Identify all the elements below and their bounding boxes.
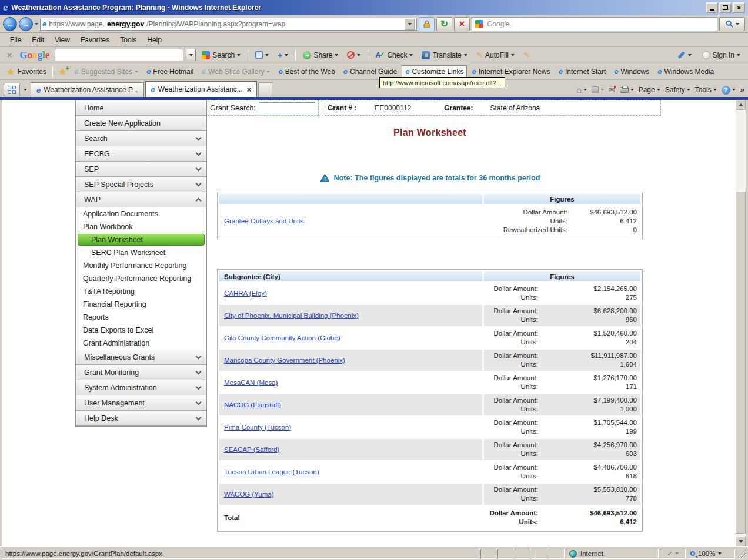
bookmarks-button[interactable]	[252, 49, 272, 61]
menu-item-tools[interactable]: Tools	[115, 34, 141, 46]
menu-item-favorites[interactable]: Favorites	[76, 34, 114, 46]
sign-in-button[interactable]: Sign In	[699, 49, 743, 61]
sidebar-item-reports[interactable]: Reports	[76, 311, 206, 324]
safety-menu-button[interactable]: Safety	[665, 86, 690, 94]
sidebar-item-system-administration[interactable]: System Administration	[76, 380, 206, 395]
quick-tabs-button[interactable]	[4, 83, 20, 96]
translate-button[interactable]: a Translate	[419, 49, 470, 61]
subgrantee-link-gila-county-community-action-globe[interactable]: Gila County Community Action (Globe)	[224, 334, 340, 341]
subgrantee-link-pima-county-tucson[interactable]: Pima County (Tucson)	[224, 424, 291, 431]
sidebar-item-home[interactable]: Home	[76, 100, 206, 116]
spell-check-button[interactable]: A✓ Check	[372, 49, 416, 61]
back-button[interactable]: ←	[3, 17, 17, 31]
sidebar-item-plan-workbook[interactable]: Plan Workbook	[76, 220, 206, 233]
highlighter-button[interactable]: ✎	[520, 49, 533, 61]
scroll-down-button[interactable]	[736, 536, 746, 546]
zoom-panel[interactable]: 100%	[687, 549, 735, 559]
subgrantee-link-maricopa-county-government-phoenix[interactable]: Maricopa County Government (Phoenix)	[224, 357, 345, 364]
add-to-favorites-button[interactable]: ★	[55, 65, 70, 78]
resize-grip[interactable]	[737, 549, 746, 558]
sidebar-item-create-new-application[interactable]: Create New Application	[76, 116, 206, 131]
favorites-link-channel-guide[interactable]: eChannel Guide	[340, 65, 400, 78]
favorites-link-best-of-the-web[interactable]: eBest of the Web	[275, 65, 338, 78]
favorites-link-internet-start[interactable]: eInternet Start	[555, 65, 610, 78]
tab-weatherization-assistanc[interactable]: eWeatherization Assistanc...×	[145, 81, 258, 97]
sidebar-item-monthly-performance-reporting[interactable]: Monthly Performance Reporting	[76, 259, 206, 272]
sidebar-item-grant-monitoring[interactable]: Grant Monitoring	[76, 365, 206, 380]
favorites-link-web-slice-gallery[interactable]: eWeb Slice Gallery	[198, 65, 273, 78]
sidebar-item-eecbg[interactable]: EECBG	[76, 146, 206, 162]
google-search-history-dropdown[interactable]	[186, 49, 196, 61]
sidebar-item-grant-administration[interactable]: Grant Administration	[76, 337, 206, 350]
menu-item-help[interactable]: Help	[142, 34, 166, 46]
security-lock-button[interactable]	[419, 17, 435, 31]
search-options-dropdown[interactable]	[736, 23, 739, 25]
grantee-outlays-link[interactable]: Grantee Outlays and Units	[224, 217, 304, 224]
sidebar-item-application-documents[interactable]: Application Documents	[76, 207, 206, 220]
favorites-link-windows[interactable]: eWindows	[610, 65, 653, 78]
tab-close-icon[interactable]: ×	[247, 85, 252, 94]
help-button[interactable]: ?	[722, 86, 736, 95]
minimize-button[interactable]	[706, 2, 718, 13]
share-button[interactable]: ➜ Share	[300, 49, 341, 61]
toolbar-close-button[interactable]: ×	[5, 51, 14, 60]
page-menu-button[interactable]: Page	[639, 86, 660, 94]
tools-menu-button[interactable]: Tools	[695, 86, 717, 94]
sidebar-item-miscellaneous-grants[interactable]: Miscellaneous Grants	[76, 350, 206, 365]
favorites-link-windows-media[interactable]: eWindows Media	[654, 65, 717, 78]
favorites-link-suggested-sites[interactable]: eSuggested Sites	[71, 65, 142, 78]
maximize-button[interactable]	[719, 2, 732, 13]
feeds-button[interactable]	[592, 86, 604, 93]
tab-weatherization-assistance-p[interactable]: eWeatherization Assistance P...	[31, 82, 144, 97]
new-tab-stub[interactable]	[258, 82, 272, 97]
sidebar-item-sep[interactable]: SEP	[76, 162, 206, 177]
read-mail-button[interactable]: ✉	[609, 86, 615, 95]
autofill-button[interactable]: ✎ AutoFill	[473, 49, 517, 61]
stop-button[interactable]: ×	[454, 17, 470, 31]
favorites-button[interactable]: ★ Favorites	[4, 65, 50, 78]
close-button[interactable]: ×	[733, 2, 745, 13]
tab-list-dropdown[interactable]	[21, 83, 29, 96]
grant-search-input[interactable]	[259, 102, 315, 113]
menu-item-edit[interactable]: Edit	[27, 34, 49, 46]
address-field[interactable]: e https://www.page.energy.gov/Planning/W…	[40, 18, 417, 31]
sidebar-item-t-ta-reporting[interactable]: T&TA Reporting	[76, 285, 206, 298]
protected-mode-panel[interactable]: ✓	[660, 549, 686, 559]
google-search-button[interactable]: Search	[199, 49, 243, 61]
sidebar-item-serc-plan-worksheet[interactable]: SERC Plan Worksheet	[76, 246, 206, 259]
sidebar-item-data-exports-to-excel[interactable]: Data Exports to Excel	[76, 324, 206, 337]
subgrantee-link-mesacan-mesa[interactable]: MesaCAN (Mesa)	[224, 379, 278, 386]
scrollbar-thumb[interactable]	[736, 191, 746, 534]
sidebar-item-plan-worksheet[interactable]: Plan Worksheet	[78, 234, 205, 246]
home-button[interactable]: ⌂	[576, 85, 586, 95]
recent-pages-dropdown[interactable]	[35, 23, 38, 25]
forward-button[interactable]: →	[19, 17, 33, 31]
subgrantee-link-wacog-yuma[interactable]: WACOG (Yuma)	[224, 491, 274, 498]
print-button[interactable]	[620, 87, 634, 93]
sidebar-item-wap[interactable]: WAP	[76, 192, 206, 207]
scroll-up-button[interactable]	[736, 100, 746, 110]
vertical-scrollbar[interactable]	[736, 100, 746, 546]
sidebar-item-sep-special-projects[interactable]: SEP Special Projects	[76, 177, 206, 192]
sidebar-item-quarterly-performance-reporting[interactable]: Quarterly Performance Reporting	[76, 272, 206, 285]
menu-item-file[interactable]: File	[5, 34, 26, 46]
subgrantee-link-seacap-safford[interactable]: SEACAP (Safford)	[224, 446, 279, 453]
favorites-link-customize-links[interactable]: eCustomize Links	[402, 65, 467, 78]
subgrantee-link-tucson-urban-league-tucson[interactable]: Tucson Urban League (Tucson)	[224, 468, 319, 475]
search-go-button[interactable]	[719, 17, 745, 31]
address-dropdown-button[interactable]	[405, 18, 415, 30]
favorites-link-free-hotmail[interactable]: eFree Hotmail	[143, 65, 197, 78]
menu-item-view[interactable]: View	[50, 34, 75, 46]
subgrantee-link-cahra-eloy[interactable]: CAHRA (Eloy)	[224, 290, 267, 297]
sidebar-item-financial-reporting[interactable]: Financial Reporting	[76, 298, 206, 311]
refresh-button[interactable]: ↻	[436, 17, 452, 31]
subgrantee-link-nacog-flagstaff[interactable]: NACOG (Flagstaff)	[224, 401, 281, 408]
favorites-link-internet-explorer-news[interactable]: eInternet Explorer News	[468, 65, 553, 78]
popup-blocker-button[interactable]	[344, 49, 363, 61]
sidebar-item-user-management[interactable]: User Management	[76, 395, 206, 411]
sidebar-item-help-desk[interactable]: Help Desk	[76, 411, 206, 426]
google-search-input[interactable]	[55, 49, 183, 61]
add-gadget-button[interactable]: +	[275, 49, 291, 62]
toolbar-options-button[interactable]	[674, 52, 694, 58]
subgrantee-link-city-of-phoenix-municipal-building-phoenix[interactable]: City of Phoenix, Municipal Building (Pho…	[224, 312, 359, 319]
